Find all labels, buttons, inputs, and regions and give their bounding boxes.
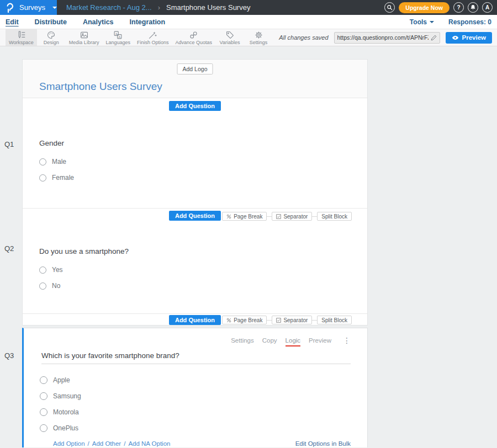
radio-icon[interactable] [40,424,47,432]
save-status-text: All changes saved [279,34,328,41]
toolbar-item-media-library[interactable]: Media Library [66,29,103,46]
topbar-actions: Upgrade Now ? A [384,2,497,13]
option-label[interactable]: Samsung [53,392,81,400]
variables-icon [225,30,235,40]
toolbar-item-finish-options[interactable]: Finish Options [134,29,172,46]
toolbar-item-design[interactable]: Design [37,29,66,46]
more-options-icon[interactable]: ⋮ [343,337,351,344]
surveys-menu-label[interactable]: Surveys [19,3,45,12]
option-list: Male Female [39,158,351,182]
page-break-icon [226,214,231,219]
question-block-q2: Do you use a smartphone? Yes No [23,227,367,313]
page-break-button[interactable]: Page Break [222,212,267,221]
languages-icon: a A [113,30,123,40]
question-settings-link[interactable]: Settings [231,337,254,344]
add-na-option-link[interactable]: Add NA Option [128,440,170,447]
edit-options-in-bulk-link[interactable]: Edit Options in Bulk [295,440,351,447]
option-row[interactable]: Samsung [40,392,351,400]
svg-text:A: A [118,35,120,39]
option-label[interactable]: Apple [53,376,70,384]
breadcrumb-folder[interactable]: Market Research - Aug 2... [66,3,152,12]
tab-analytics[interactable]: Analytics [83,18,114,26]
questionpro-logo-icon[interactable] [6,3,14,13]
question-action-menu: Settings Copy Logic Preview ⋮ [40,337,351,347]
toolbar-item-label: Workspace [9,40,34,45]
tab-integration[interactable]: Integration [130,18,166,26]
survey-card: Add Logo Smartphone Users Survey Add Que… [22,59,368,326]
add-question-button[interactable]: Add Question [169,315,221,325]
add-logo-button[interactable]: Add Logo [177,63,213,74]
option-list: Apple Samsung Motorola OnePlus [40,376,351,432]
option-row[interactable]: Apple [40,376,351,384]
toolbar-item-label: Languages [105,40,130,45]
add-question-button[interactable]: Add Question [169,211,221,221]
survey-url-field[interactable] [334,32,440,44]
divider [267,216,272,217]
separator-button[interactable]: Separator [272,316,312,324]
separator-button[interactable]: Separator [272,212,312,221]
breadcrumb-separator-icon: › [158,3,160,12]
toolbar-item-label: Settings [250,40,268,45]
tab-edit[interactable]: Edit [6,18,19,26]
search-icon [387,4,393,10]
option-label[interactable]: OnePlus [53,424,78,432]
add-other-link[interactable]: Add Other [92,440,121,447]
survey-title[interactable]: Smartphone Users Survey [39,81,367,93]
help-button[interactable]: ? [453,2,464,13]
option-row[interactable]: Yes [39,266,351,274]
split-block-button[interactable]: Split Block [317,316,352,324]
option-label[interactable]: Female [52,174,74,182]
option-row[interactable]: OnePlus [40,424,351,432]
product-switcher[interactable]: Surveys [0,0,57,15]
toolbar-item-languages[interactable]: a A Languages [102,29,134,46]
bell-icon [470,4,476,10]
option-row[interactable]: No [39,282,351,290]
option-row[interactable]: Male [39,158,351,166]
avatar[interactable]: A [482,2,493,13]
search-button[interactable] [384,2,395,13]
question-copy-link[interactable]: Copy [262,337,277,344]
question-logic-link[interactable]: Logic [285,337,301,346]
add-question-button[interactable]: Add Question [169,101,221,111]
tools-menu[interactable]: Tools [410,18,434,26]
question-code-q2: Q2 [4,244,14,253]
responses-count[interactable]: Responses: 0 [448,18,491,26]
editor-toolbar: Workspace Design Media Library a A Langu… [0,29,497,46]
question-text[interactable]: Gender [39,139,351,149]
radio-icon[interactable] [40,376,47,384]
split-block-button[interactable]: Split Block [317,212,352,221]
radio-icon[interactable] [39,174,46,182]
option-label[interactable]: Yes [52,266,63,274]
preview-button[interactable]: Preview [446,32,492,44]
radio-icon[interactable] [40,392,47,400]
radio-icon[interactable] [39,282,46,290]
option-row[interactable]: Female [39,174,351,182]
option-label[interactable]: Motorola [53,408,79,416]
radio-icon[interactable] [39,266,46,274]
notifications-button[interactable] [468,2,478,13]
radio-icon[interactable] [39,158,46,166]
question-text[interactable]: Which is your favorite smartphone brand? [41,351,351,364]
preview-button-label: Preview [462,34,486,41]
upgrade-now-button[interactable]: Upgrade Now [399,2,450,13]
option-label[interactable]: Male [52,158,66,166]
radio-icon[interactable] [40,408,47,416]
toolbar-item-settings[interactable]: Settings [244,29,273,46]
question-text[interactable]: Do you use a smartphone? [39,247,351,257]
question-preview-link[interactable]: Preview [309,337,331,344]
chevron-down-icon [430,21,434,23]
breadcrumb: Market Research - Aug 2... › Smartphone … [66,3,250,12]
block-tools: Page Break Separator Split Block [222,316,352,324]
add-option-links: Add Option / Add Other / Add NA Option [53,440,170,447]
survey-url-input[interactable] [337,34,429,41]
toolbar-item-variables[interactable]: Variables [215,29,244,46]
option-label[interactable]: No [52,282,60,290]
add-option-link[interactable]: Add Option [53,440,85,447]
toolbar-item-workspace[interactable]: Workspace [6,29,37,46]
tab-distribute[interactable]: Distribute [35,18,67,26]
edit-url-button[interactable] [431,35,437,41]
option-row[interactable]: Motorola [40,408,351,416]
page-break-button[interactable]: Page Break [222,316,267,324]
toolbar-right: All changes saved Preview [279,29,497,46]
toolbar-item-advance-quotas[interactable]: Advance Quotas [172,29,215,46]
